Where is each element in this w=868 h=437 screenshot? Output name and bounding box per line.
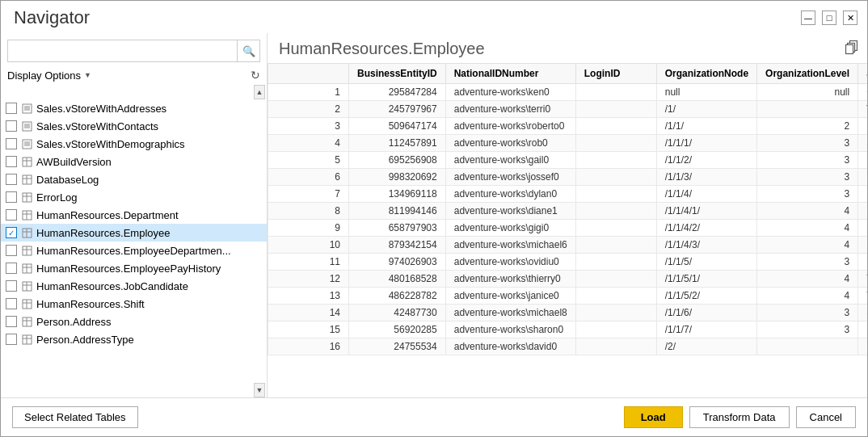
table-row: 6998320692adventure-works\jossef0/1/1/3/…	[268, 169, 868, 186]
tree-scroll-down-button[interactable]: ▼	[254, 383, 265, 397]
cell-businessentityid: 56920285	[349, 321, 446, 338]
table-row: 8811994146adventure-works\diane1/1/1/4/1…	[268, 203, 868, 220]
table-header-row: BusinessEntityIDNationalIDNumberLoginIDO…	[268, 64, 868, 84]
cell-orglevel: 2	[757, 118, 858, 135]
tree-item[interactable]: HumanResources.Shift	[1, 295, 267, 313]
tree-item-checkbox[interactable]	[6, 103, 17, 114]
row-number: 1	[268, 84, 349, 101]
tree-item-checkbox[interactable]	[6, 138, 17, 149]
cell-loginid	[575, 338, 656, 355]
cell-businessentityid: 134969118	[349, 186, 446, 203]
tree-item[interactable]: HumanResources.Department	[1, 206, 267, 224]
tree-item-checkbox[interactable]	[6, 209, 17, 221]
tree-item-checkbox[interactable]	[6, 191, 17, 203]
cell-orglevel: 4	[757, 220, 858, 237]
cell-jobtitle: Sen	[858, 135, 867, 152]
cell-nationalidnumber: adventure-works\roberto0	[445, 118, 575, 135]
cell-nationalidnumber: adventure-works\rob0	[445, 135, 575, 152]
cell-orgnode: /1/1/	[656, 118, 756, 135]
tree-item-label: Sales.vStoreWithAddresses	[36, 103, 166, 115]
cell-nationalidnumber: adventure-works\gail0	[445, 152, 575, 169]
tree-item-label: Person.AddressType	[36, 334, 134, 346]
display-options-label: Display Options	[7, 69, 81, 82]
tree-item[interactable]: Sales.vStoreWithAddresses	[1, 99, 267, 117]
cell-loginid	[575, 288, 656, 305]
tree-item[interactable]: HumanResources.EmployeeDepartmen...	[1, 242, 267, 259]
table-icon	[20, 173, 33, 186]
tree-item-checkbox[interactable]	[6, 298, 17, 309]
table-row: 13486228782adventure-works\janice0/1/1/5…	[268, 288, 868, 305]
search-icon-button[interactable]: 🔍	[237, 40, 259, 61]
table-icon	[20, 226, 33, 239]
tree-item-checkbox[interactable]: ✓	[6, 227, 17, 238]
tree-item[interactable]: Sales.vStoreWithDemographics	[1, 135, 267, 153]
display-options-button[interactable]: Display Options ▼	[7, 69, 91, 82]
tree-item-checkbox[interactable]	[6, 120, 17, 132]
search-input[interactable]	[8, 42, 237, 61]
maximize-button[interactable]: □	[822, 11, 836, 25]
cell-loginid	[575, 84, 656, 101]
tree-item[interactable]: Person.Address	[1, 313, 267, 330]
table-icon	[20, 279, 33, 292]
load-button[interactable]: Load	[624, 406, 683, 428]
cancel-button[interactable]: Cancel	[796, 406, 856, 428]
tree-item-checkbox[interactable]	[6, 280, 17, 292]
tree-item-checkbox[interactable]	[6, 156, 17, 167]
data-table-wrapper[interactable]: BusinessEntityIDNationalIDNumberLoginIDO…	[268, 63, 867, 397]
export-icon-button[interactable]: 🗍	[845, 40, 859, 57]
cell-orgnode: /1/1/3/	[656, 169, 756, 186]
tree-item-label: HumanResources.Department	[36, 209, 179, 221]
refresh-icon-button[interactable]: ↻	[251, 69, 260, 82]
tree-item[interactable]: Person.AddressType	[1, 330, 267, 348]
tree-item-checkbox[interactable]	[6, 174, 17, 185]
tree-item-label: Sales.vStoreWithDemographics	[36, 138, 185, 150]
tree-item[interactable]: ✓HumanResources.Employee	[1, 224, 267, 242]
right-header: HumanResources.Employee 🗍	[268, 33, 867, 63]
cell-jobtitle: Vice	[858, 101, 867, 118]
cell-jobtitle: Res	[858, 237, 867, 254]
select-related-tables-button[interactable]: Select Related Tables	[12, 406, 138, 428]
cell-businessentityid: 879342154	[349, 237, 446, 254]
tree-scroll-up-button[interactable]: ▲	[254, 85, 265, 99]
tree-item-checkbox[interactable]	[6, 316, 17, 327]
tree-item-label: Person.Address	[36, 316, 112, 328]
tree-item-checkbox[interactable]	[6, 334, 17, 345]
tree-item-checkbox[interactable]	[6, 263, 17, 274]
cell-jobtitle: Too	[858, 271, 867, 288]
tree-item-label: HumanResources.Employee	[36, 227, 170, 239]
table-icon	[20, 191, 33, 204]
tree-item[interactable]: HumanResources.EmployeePayHistory	[1, 259, 267, 277]
transform-data-button[interactable]: Transform Data	[689, 406, 790, 428]
tree-item[interactable]: AWBuildVersion	[1, 153, 267, 170]
tree-item-label: HumanResources.Shift	[36, 298, 145, 310]
cell-jobtitle: Eng	[858, 118, 867, 135]
cell-orgnode: /1/1/5/1/	[656, 271, 756, 288]
search-bar: 🔍	[7, 40, 260, 62]
row-number: 6	[268, 169, 349, 186]
row-number: 8	[268, 203, 349, 220]
data-table: BusinessEntityIDNationalIDNumberLoginIDO…	[268, 63, 867, 355]
cell-nationalidnumber: adventure-works\terri0	[445, 101, 575, 118]
cell-orglevel	[757, 338, 858, 355]
cell-orglevel: 3	[757, 186, 858, 203]
minimize-button[interactable]: ―	[801, 11, 815, 25]
bottom-bar: Select Related Tables Load Transform Dat…	[1, 397, 867, 436]
window-controls: ― □ ✕	[801, 11, 857, 25]
cell-nationalidnumber: adventure-works\michael8	[445, 305, 575, 321]
tree-item-checkbox[interactable]	[6, 245, 17, 256]
cell-nationalidnumber: adventure-works\jossef0	[445, 169, 575, 186]
cell-nationalidnumber: adventure-works\david0	[445, 338, 575, 355]
cell-businessentityid: 112457891	[349, 135, 446, 152]
cell-orglevel: 3	[757, 135, 858, 152]
tree-item[interactable]: ErrorLog	[1, 188, 267, 206]
table-icon	[20, 155, 33, 168]
tree-item[interactable]: HumanResources.JobCandidate	[1, 277, 267, 295]
tree-item[interactable]: DatabaseLog	[1, 170, 267, 188]
cell-loginid	[575, 186, 656, 203]
display-options-bar: Display Options ▼ ↻	[1, 67, 267, 85]
cell-jobtitle: Res	[858, 220, 867, 237]
cell-loginid	[575, 254, 656, 271]
tree-item[interactable]: Sales.vStoreWithContacts	[1, 117, 267, 135]
cell-businessentityid: 658797903	[349, 220, 446, 237]
close-button[interactable]: ✕	[843, 11, 857, 25]
